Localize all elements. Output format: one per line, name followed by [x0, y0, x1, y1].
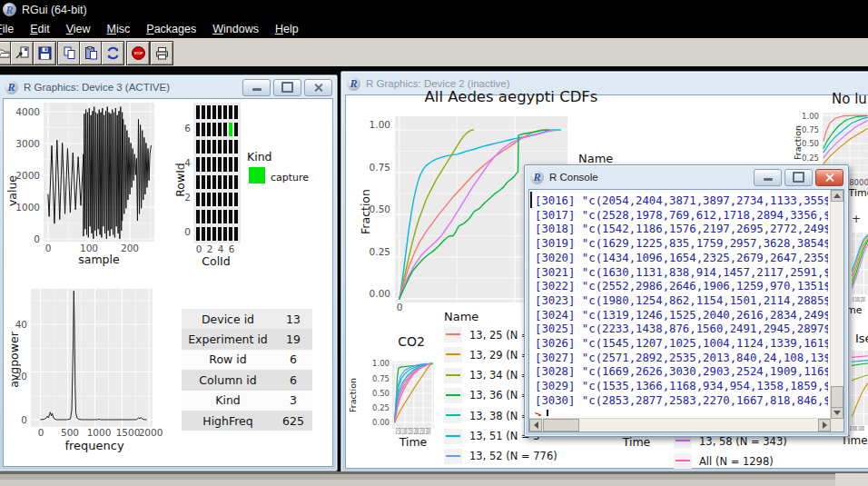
prompt-character: >: [535, 409, 541, 416]
maximize-button[interactable]: [273, 79, 301, 96]
console-line: [3017] "c(2528,1978,769,612,1718,2894,33…: [535, 209, 828, 223]
copy-paste-button[interactable]: [101, 41, 124, 65]
scroll-down-button[interactable]: [831, 407, 843, 419]
scroll-left-button[interactable]: [529, 419, 542, 431]
console-line: [3028] "c(1669,2626,3030,2903,2524,1909,…: [535, 365, 828, 380]
vertical-scrollbar[interactable]: [830, 190, 843, 419]
taskbar-strip-highlight: [835, 473, 868, 486]
titlebar-device2[interactable]: R R Graphics: Device 2 (inactive): [341, 72, 868, 94]
load-workspace-button[interactable]: [10, 41, 34, 65]
copy-icon: [62, 45, 77, 61]
stop-button[interactable]: STOP: [126, 41, 150, 65]
r-logo-icon: R: [3, 3, 16, 16]
console-prompt[interactable]: >: [535, 409, 828, 416]
menu-help[interactable]: Help: [267, 21, 307, 37]
close-button[interactable]: [304, 79, 332, 96]
console-line: [3020] "c(1434,1096,1654,2325,2679,2647,…: [535, 252, 828, 266]
titlebar-console[interactable]: R R Console: [525, 165, 848, 187]
console-line: [3021] "c(1630,1131,838,914,1457,2117,25…: [535, 266, 828, 281]
vertical-scroll-thumb[interactable]: [831, 386, 843, 408]
console-output[interactable]: [3016] "c(2054,2404,3871,3897,2734,1133,…: [535, 194, 828, 416]
app-titlebar[interactable]: R RGui (64-bit): [0, 0, 868, 19]
console-client[interactable]: [3016] "c(2054,2404,3871,3897,2734,1133,…: [528, 189, 844, 432]
console-line: [3016] "c(2054,2404,3871,3897,2734,1133,…: [535, 194, 828, 209]
menu-view[interactable]: View: [58, 21, 99, 37]
console-line: [3030] "c(2853,2877,2583,2270,1667,818,8…: [535, 394, 828, 409]
taskbar-strip: [0, 480, 868, 486]
console-line: [3022] "c(2552,2986,2646,1906,1259,970,1…: [535, 280, 828, 294]
text-caret: [530, 192, 532, 208]
console-line: [3023] "c(1980,1254,862,1154,1501,2114,2…: [535, 294, 828, 309]
scroll-up-button[interactable]: [831, 190, 843, 202]
minimize-button[interactable]: [754, 169, 782, 186]
maximize-icon: [793, 172, 804, 183]
print-button[interactable]: [150, 41, 173, 65]
toolbar: STOP: [0, 38, 868, 67]
menu-file[interactable]: File: [0, 21, 22, 37]
close-button[interactable]: [815, 169, 843, 186]
close-icon: [313, 83, 323, 93]
resize-grip[interactable]: [831, 419, 843, 431]
print-icon: [154, 45, 170, 61]
console-line: [3025] "c(2233,1438,876,1560,2491,2945,2…: [535, 322, 828, 337]
copy-button[interactable]: [57, 41, 81, 65]
console-line: [3019] "c(1629,1225,835,1759,2957,3628,3…: [535, 237, 828, 252]
menu-packages[interactable]: Packages: [138, 21, 204, 37]
console-line: [3027] "c(2571,2892,2535,2013,840,24,108…: [535, 352, 828, 366]
arrow-up-icon: [833, 193, 841, 198]
copy-paste-icon: [105, 45, 121, 61]
menu-windows[interactable]: Windows: [204, 21, 267, 37]
horizontal-scrollbar[interactable]: [529, 418, 831, 431]
r-window-icon: R: [347, 77, 360, 91]
menu-misc[interactable]: Misc: [99, 21, 139, 37]
app-title: RGui (64-bit): [22, 4, 87, 16]
menu-bar: FileEditViewMiscPackagesWindowsHelp: [0, 19, 868, 38]
titlebar-device3[interactable]: R R Graphics: Device 3 (ACTIVE): [0, 75, 337, 97]
paste-button[interactable]: [79, 41, 103, 65]
window-r-console: R R Console [3016] "c(2054,2404,3871,389…: [524, 164, 849, 437]
save-button[interactable]: [33, 41, 56, 65]
scroll-right-button[interactable]: [818, 419, 831, 431]
paste-icon: [84, 45, 99, 61]
close-icon: [824, 173, 834, 183]
console-line: [3024] "c(1319,1246,1525,2040,2616,2834,…: [535, 309, 828, 323]
minimize-icon: [764, 178, 773, 181]
arrow-down-icon: [833, 411, 841, 415]
load-workspace-icon: [15, 45, 30, 61]
text-caret: [547, 410, 548, 416]
stop-icon: STOP: [131, 45, 146, 61]
r-window-icon: R: [5, 81, 18, 94]
menu-edit[interactable]: Edit: [22, 21, 58, 37]
maximize-icon: [281, 82, 293, 93]
maximize-button[interactable]: [784, 169, 813, 186]
console-line: [3029] "c(1535,1366,1168,934,954,1358,18…: [535, 380, 828, 394]
save-icon: [37, 45, 53, 61]
minimize-icon: [252, 88, 261, 91]
console-line: [3018] "c(1542,1186,1576,2197,2695,2772,…: [535, 223, 828, 237]
horizontal-scroll-thumb[interactable]: [543, 419, 579, 431]
arrow-left-icon: [534, 422, 538, 429]
client-device3: [3, 98, 333, 467]
arrow-right-icon: [823, 422, 827, 429]
rgui-application-window: R RGui (64-bit) FileEditViewMiscPackages…: [0, 0, 868, 486]
window-title-device2: R Graphics: Device 2 (inactive): [366, 78, 510, 89]
console-line: [3026] "c(1545,1207,1025,1004,1124,1339,…: [535, 337, 828, 352]
minimize-button[interactable]: [242, 79, 271, 96]
window-title-console: R Console: [549, 172, 598, 183]
svg-text:STOP: STOP: [133, 52, 143, 55]
window-title-device3: R Graphics: Device 3 (ACTIVE): [24, 82, 170, 93]
window-graphics-device3: R R Graphics: Device 3 (ACTIVE): [0, 74, 338, 471]
r-window-icon: R: [530, 171, 544, 184]
